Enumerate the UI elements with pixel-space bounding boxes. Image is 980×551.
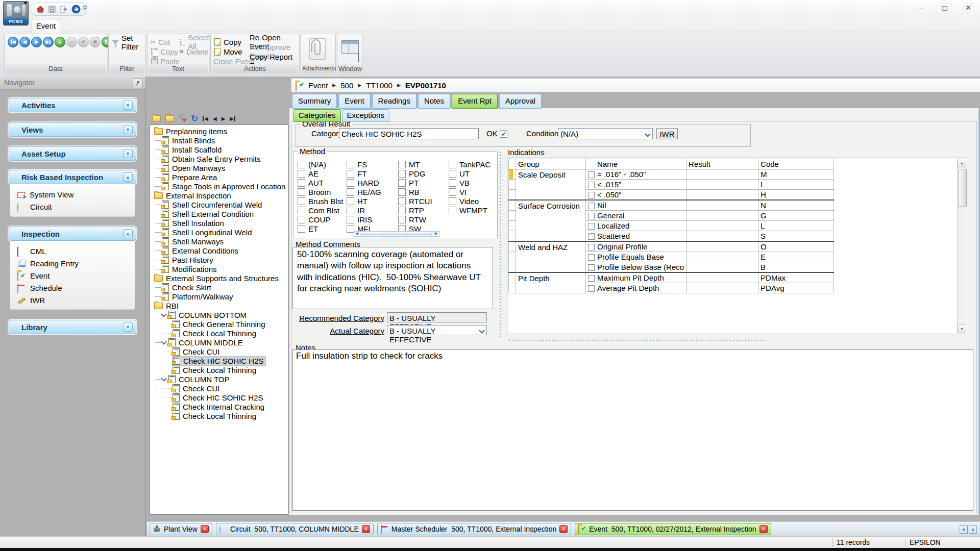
indications-notes-splitter[interactable] xyxy=(507,339,766,342)
indication-checkbox[interactable] xyxy=(588,275,595,282)
method-indications-splitter[interactable] xyxy=(499,152,502,339)
tree-item[interactable]: External Supports and Structures xyxy=(150,273,288,283)
method-horizontal-scrollbar[interactable] xyxy=(354,231,439,237)
cut-button[interactable]: ✂Cut xyxy=(150,37,180,46)
tree-item-selected[interactable]: Check HIC SOHIC H2S xyxy=(150,356,288,365)
tree-item[interactable]: COLUMN MIDDLE xyxy=(150,338,288,347)
method-option[interactable]: FT xyxy=(347,170,366,178)
expand-chevron-icon[interactable] xyxy=(161,311,166,317)
method-option[interactable]: ET xyxy=(298,225,318,233)
go-forward-icon[interactable] xyxy=(71,5,81,14)
notes-text[interactable]: Full insulation strip to check for crack… xyxy=(292,349,973,511)
close-icon[interactable]: x xyxy=(760,525,768,533)
window-dropdown-icon[interactable] xyxy=(358,53,359,61)
calculator-icon[interactable] xyxy=(48,6,56,13)
method-option[interactable]: Video xyxy=(449,197,479,205)
tree-item[interactable]: Check CUI xyxy=(150,384,288,393)
nav-header-asset-setup[interactable]: Asset Setup ▼ xyxy=(9,146,136,161)
breadcrumb-segment[interactable]: 500 xyxy=(340,81,353,90)
tree-item[interactable]: Modifications xyxy=(150,264,288,273)
method-comments-text[interactable]: 50-100% scanning coverage (automated or … xyxy=(292,247,493,309)
close-icon[interactable]: x xyxy=(559,525,568,533)
tree-item[interactable]: Open Manways xyxy=(150,163,288,172)
tree-item[interactable]: Install Blinds xyxy=(150,136,288,145)
taskbar-tab-plant-view[interactable]: Plant View x xyxy=(150,523,212,535)
sidebar-item-event[interactable]: ✔Event xyxy=(17,269,133,282)
chevron-down-icon[interactable]: ▼ xyxy=(123,101,133,110)
indication-checkbox[interactable] xyxy=(588,285,595,292)
customize-quick-access-icon[interactable] xyxy=(83,6,87,10)
previous-record-button[interactable]: ◀ xyxy=(19,37,30,47)
copy-button[interactable]: Copy xyxy=(150,47,180,56)
copy-event-button[interactable]: Copy xyxy=(213,37,255,46)
tree-item[interactable]: Shell Longitudinal Weld xyxy=(150,228,288,237)
chevron-down-icon[interactable]: ▼ xyxy=(123,149,133,158)
indication-row[interactable]: Surface Corrosion Nil N xyxy=(509,200,834,211)
accept-changes-button[interactable]: ✔ xyxy=(78,37,89,47)
tree-item[interactable]: Check CUI xyxy=(150,347,288,356)
last-record-button[interactable]: ▶ xyxy=(43,37,54,47)
tree-item[interactable]: Past History xyxy=(150,255,288,264)
remove-record-button[interactable]: − xyxy=(66,37,77,47)
tree-item[interactable]: Shell Manways xyxy=(150,237,288,246)
sidebar-item-circuit[interactable]: Circuit xyxy=(17,201,133,213)
taskbar-tab-event[interactable]: ✔ Event 500, TT1000, 02/27/2012, Externa… xyxy=(575,523,771,535)
tree-item[interactable]: External Conditions xyxy=(150,246,288,255)
method-option[interactable]: TankPAC xyxy=(449,161,491,168)
chevron-up-icon[interactable]: ▲ xyxy=(123,172,133,182)
set-filter-button[interactable]: Set Filter xyxy=(112,38,145,47)
sidebar-item-reading-entry[interactable]: Reading Entry xyxy=(17,257,133,269)
home-icon[interactable] xyxy=(36,6,44,13)
method-option[interactable]: UT xyxy=(449,170,470,178)
method-option[interactable]: HARD xyxy=(347,179,379,187)
scrollbar-thumb[interactable] xyxy=(958,169,967,207)
taskbar-close-all-icon[interactable]: x xyxy=(969,525,977,534)
sidebar-item-system-view[interactable]: System View xyxy=(17,188,133,201)
tree-item[interactable]: Obtain Safe Entry Permits xyxy=(150,154,288,163)
expand-chevron-icon[interactable] xyxy=(161,375,166,381)
indication-checkbox[interactable] xyxy=(588,264,595,271)
tree-item[interactable]: Check Local Thinning xyxy=(150,329,288,338)
minimize-button[interactable]: – xyxy=(910,0,933,15)
tree-item[interactable]: Check General Thinning xyxy=(150,319,288,329)
close-icon[interactable]: x xyxy=(201,525,209,533)
maximize-button[interactable]: □ xyxy=(933,0,957,15)
tab-exceptions[interactable]: Exceptions xyxy=(342,109,389,122)
ok-checkbox[interactable]: ✔ xyxy=(500,130,507,138)
tree-item[interactable]: Check HIC SOHIC H2S xyxy=(150,393,288,402)
taskbar-tab-circuit[interactable]: Circuit 500, TT1000, COLUMN MIDDLE x xyxy=(216,523,374,535)
tree-item[interactable]: Check Local Thinning xyxy=(150,365,288,374)
method-option[interactable]: Broom xyxy=(298,188,331,196)
category-input[interactable] xyxy=(339,128,479,139)
tree-item[interactable]: Shell External Condition xyxy=(150,209,288,218)
nav-header-risk-based-inspection[interactable]: Risk Based Inspection ▲ xyxy=(9,170,136,184)
indications-scrollbar[interactable]: ▲ ▼ xyxy=(957,159,966,333)
method-option[interactable]: RTW xyxy=(398,216,426,223)
method-option[interactable]: AUT xyxy=(298,179,324,187)
sidebar-item-iwr[interactable]: IWR xyxy=(17,294,133,306)
method-option[interactable]: VB xyxy=(449,179,470,187)
method-option[interactable]: IR xyxy=(347,207,365,214)
chevron-down-icon[interactable]: ▼ xyxy=(123,125,133,134)
condition-select[interactable]: (N/A) xyxy=(558,128,653,139)
select-all-button[interactable]: Select All xyxy=(179,37,211,46)
tab-summary[interactable]: Summary xyxy=(292,94,337,109)
method-option[interactable]: Com Blst xyxy=(298,207,339,214)
tab-event[interactable]: Event xyxy=(338,94,370,109)
first-node-icon[interactable]: ◀ xyxy=(203,116,208,121)
tree-item[interactable]: Shell Circumferential Weld xyxy=(150,200,288,209)
indication-checkbox[interactable] xyxy=(588,192,595,198)
method-option[interactable]: IRIS xyxy=(347,216,372,223)
scroll-down-icon[interactable]: ▼ xyxy=(958,324,966,333)
method-option[interactable]: AE xyxy=(298,170,318,178)
tree-item[interactable]: Shell Insulation xyxy=(150,218,288,228)
chevron-up-icon[interactable]: ▲ xyxy=(123,229,133,238)
tree-item[interactable]: Check Skirt xyxy=(150,283,288,292)
taskbar-collapse-icon[interactable]: v xyxy=(960,525,968,534)
refresh-icon[interactable]: ↻ xyxy=(191,114,198,123)
tab-approval[interactable]: Approval xyxy=(499,94,542,109)
tree-item[interactable]: Check Internal Cracking xyxy=(150,402,288,411)
tree-item[interactable]: Preplanning items xyxy=(150,127,288,136)
method-option[interactable]: HT xyxy=(347,197,368,205)
close-icon[interactable]: x xyxy=(362,525,370,533)
